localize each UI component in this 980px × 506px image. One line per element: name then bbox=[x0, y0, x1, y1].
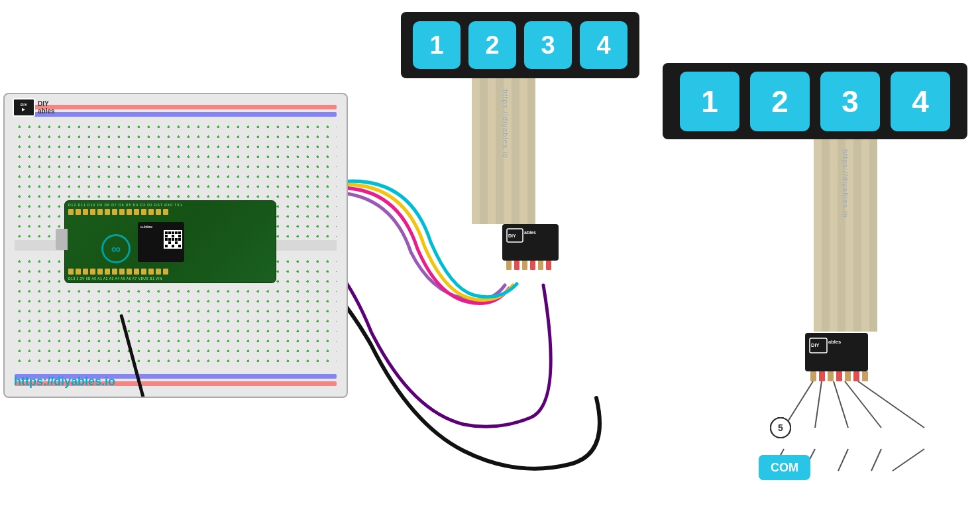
keypad-btn-3-top: 3 bbox=[524, 21, 572, 69]
svg-line-47 bbox=[871, 449, 881, 471]
svg-rect-13 bbox=[506, 261, 512, 270]
svg-rect-26 bbox=[869, 139, 877, 332]
arduino-pin bbox=[112, 269, 117, 275]
arduino-pin bbox=[134, 209, 139, 215]
arduino-pin bbox=[148, 209, 154, 215]
svg-rect-22 bbox=[838, 139, 845, 332]
arduino-pin bbox=[68, 209, 74, 215]
arduino-logo: ∞ bbox=[101, 234, 131, 263]
arduino-pin bbox=[76, 269, 81, 275]
arduino-pin bbox=[156, 269, 161, 275]
svg-rect-19 bbox=[814, 139, 822, 332]
svg-rect-0 bbox=[472, 78, 480, 224]
svg-rect-4 bbox=[504, 78, 512, 224]
arduino-pin bbox=[97, 269, 103, 275]
svg-rect-36 bbox=[845, 371, 851, 381]
arduino-pin bbox=[76, 209, 81, 215]
keypad-body-right: 1 2 3 4 bbox=[663, 63, 967, 139]
svg-line-42 bbox=[845, 381, 881, 428]
keypad-top-center: 1 2 3 4 bbox=[401, 12, 639, 78]
keypad-body-top: 1 2 3 4 bbox=[401, 12, 639, 78]
svg-rect-32 bbox=[810, 371, 816, 381]
arduino-pin bbox=[127, 269, 132, 275]
arduino-pin bbox=[97, 209, 103, 215]
svg-rect-17 bbox=[538, 261, 543, 270]
svg-rect-35 bbox=[836, 371, 842, 381]
svg-rect-1 bbox=[480, 78, 488, 224]
keypad-btn-4-top: 4 bbox=[580, 21, 627, 69]
svg-rect-38 bbox=[862, 371, 868, 381]
keypad-btn-3-right: 3 bbox=[820, 72, 880, 131]
arduino-pin bbox=[134, 269, 139, 275]
arduino-pin bbox=[127, 209, 132, 215]
svg-rect-15 bbox=[522, 261, 527, 270]
breadboard-container: DIY▶ DIYables https://diyables.io D12 D1… bbox=[3, 93, 358, 401]
svg-rect-20 bbox=[822, 139, 830, 332]
arduino-pin bbox=[148, 269, 154, 275]
svg-rect-25 bbox=[861, 139, 869, 332]
svg-rect-23 bbox=[845, 139, 853, 332]
svg-text:DIY: DIY bbox=[508, 233, 516, 238]
svg-rect-3 bbox=[496, 78, 504, 224]
svg-line-46 bbox=[838, 449, 848, 471]
svg-rect-5 bbox=[512, 78, 519, 224]
svg-rect-6 bbox=[519, 78, 527, 224]
arduino-pin bbox=[90, 209, 95, 215]
pin-label-com: COM bbox=[759, 455, 810, 480]
arduino-pin bbox=[68, 269, 74, 275]
arduino-pin bbox=[163, 209, 168, 215]
usb-port bbox=[56, 229, 68, 250]
svg-text:ables: ables bbox=[524, 230, 536, 235]
svg-text:https://diyables.io: https://diyables.io bbox=[842, 149, 849, 218]
arduino-pin bbox=[119, 209, 125, 215]
breadboard: DIY▶ DIYables https://diyables.io D12 D1… bbox=[3, 93, 348, 398]
keypad-btn-2-top: 2 bbox=[468, 21, 516, 69]
svg-rect-9 bbox=[502, 224, 559, 261]
arduino-pin bbox=[119, 269, 125, 275]
svg-text:ables: ables bbox=[828, 339, 841, 345]
svg-rect-2 bbox=[488, 78, 496, 224]
arduino-main-chip: u-blox bbox=[138, 222, 184, 262]
arduino-pin bbox=[141, 209, 146, 215]
svg-rect-37 bbox=[853, 371, 859, 381]
svg-rect-34 bbox=[828, 371, 834, 381]
svg-text:https://diyables.io: https://diyables.io bbox=[502, 90, 510, 158]
diagram: https://diyables.io DIY ables bbox=[0, 0, 980, 506]
arduino-board: D12 D11 D10 D9 D8 D7 D6 D5 D4 D3 D2 RST … bbox=[64, 200, 276, 283]
svg-rect-21 bbox=[830, 139, 838, 332]
arduino-pin bbox=[105, 209, 110, 215]
svg-text:DIY: DIY bbox=[811, 342, 820, 348]
arduino-pin bbox=[112, 209, 117, 215]
svg-rect-16 bbox=[530, 261, 535, 270]
keypad-btn-1-right: 1 bbox=[680, 72, 739, 131]
svg-rect-33 bbox=[819, 371, 825, 381]
arduino-pin bbox=[83, 209, 88, 215]
svg-line-40 bbox=[815, 381, 822, 428]
keypad-btn-2-right: 2 bbox=[750, 72, 810, 131]
diyables-logo-breadboard: DIY▶ DIYables bbox=[13, 98, 55, 117]
arduino-pin bbox=[163, 269, 168, 275]
keypad-btn-1-top: 1 bbox=[413, 21, 461, 69]
svg-line-41 bbox=[834, 381, 848, 428]
svg-rect-24 bbox=[853, 139, 861, 332]
svg-line-43 bbox=[858, 381, 924, 428]
svg-rect-10 bbox=[507, 229, 523, 242]
breadboard-url: https://diyables.io bbox=[14, 375, 115, 389]
keypad-top-right: 1 2 3 4 bbox=[663, 63, 967, 139]
svg-rect-29 bbox=[810, 338, 827, 353]
svg-line-48 bbox=[893, 449, 924, 471]
svg-rect-14 bbox=[514, 261, 519, 270]
arduino-pin bbox=[141, 269, 146, 275]
arduino-pin bbox=[83, 269, 88, 275]
pin-circle-5: 5 bbox=[770, 417, 791, 438]
svg-rect-28 bbox=[805, 333, 868, 371]
keypad-btn-4-right: 4 bbox=[891, 72, 950, 131]
svg-rect-7 bbox=[527, 78, 535, 224]
arduino-pin bbox=[105, 269, 110, 275]
arduino-pin bbox=[156, 209, 161, 215]
svg-rect-18 bbox=[546, 261, 551, 270]
arduino-pin bbox=[90, 269, 95, 275]
